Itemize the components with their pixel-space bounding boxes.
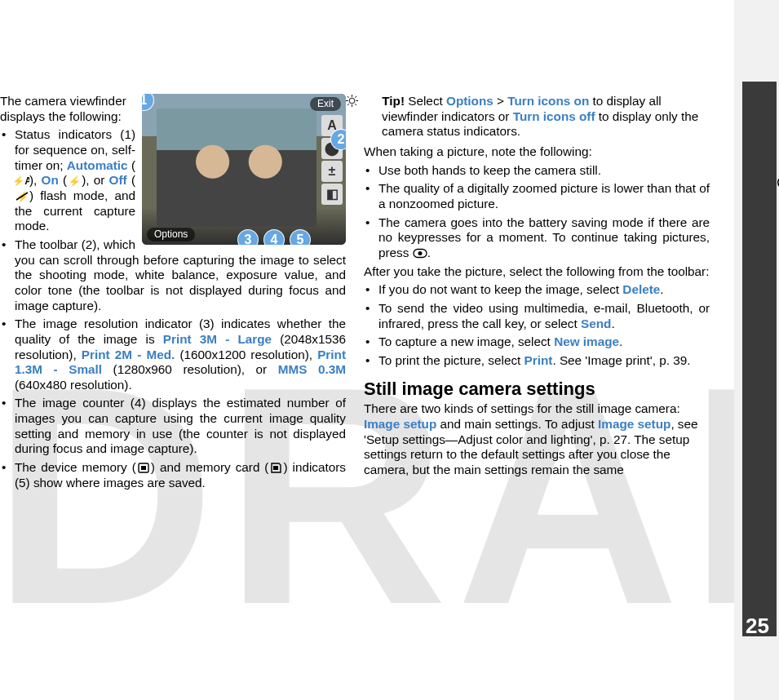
note-bullet-1: Use both hands to keep the camera still. xyxy=(364,163,710,179)
after-intro: After you take the picture, select the f… xyxy=(364,264,710,280)
svg-line-12 xyxy=(347,96,349,98)
left-column: Exit Options A ⬤ ± ◧ 1 2 3 4 5 The camer… xyxy=(0,94,346,591)
right-column: Tip! Select Options > Turn icons on to d… xyxy=(364,94,710,591)
svg-text:⚡: ⚡ xyxy=(68,175,82,186)
left-bullet-1: Status indicators (1) for sequence on, s… xyxy=(0,127,346,234)
left-bullet-5: The device memory () and memory card () … xyxy=(0,460,346,490)
side-tab: Camera 25 xyxy=(734,0,779,700)
link-send: Send xyxy=(581,317,611,330)
tip-label: Tip! xyxy=(382,94,405,108)
text: ( xyxy=(127,173,135,187)
text: ), xyxy=(29,173,42,187)
svg-line-13 xyxy=(355,104,356,105)
text: ( xyxy=(128,158,135,172)
link-turn-icons-off: Turn icons off xyxy=(513,109,595,123)
left-bullet-2: The toolbar (2), which you can scroll th… xyxy=(0,237,346,313)
link-print-2m: Print 2M - Med. xyxy=(82,348,175,361)
text: . See 'Image print', p. 39. xyxy=(552,353,690,367)
text: . xyxy=(427,246,431,259)
side-tab-dark xyxy=(742,82,777,636)
link-print-3m: Print 3M - Large xyxy=(163,332,272,346)
link-mms-03m: MMS 0.3M xyxy=(278,362,346,376)
link-delete: Delete xyxy=(622,282,660,296)
note-intro: When taking a picture, note the followin… xyxy=(364,144,710,160)
text: > xyxy=(494,94,507,108)
flash-auto-icon: ⚡A xyxy=(15,175,29,185)
body-columns: Exit Options A ⬤ ± ◧ 1 2 3 4 5 The camer… xyxy=(0,94,710,591)
after-bullet-1: If you do not want to keep the image, se… xyxy=(364,282,710,298)
text: ), or xyxy=(82,173,108,187)
settings-paragraph: There are two kinds of settings for the … xyxy=(364,401,710,477)
section-label: Camera xyxy=(774,131,779,188)
text: To capture a new image, select xyxy=(378,334,554,348)
after-bullet-2: To send the video using multimedia, e-ma… xyxy=(364,301,710,331)
link-on: On xyxy=(42,173,59,187)
text: and main settings. To adjust xyxy=(436,417,598,431)
after-bullet-3: To capture a new image, select New image… xyxy=(364,334,710,350)
link-print: Print xyxy=(524,353,553,367)
text: The device memory ( xyxy=(15,460,136,474)
left-bullet-4: The image counter (4) displays the estim… xyxy=(0,396,346,457)
note-bullet-3: The camera goes into the battery saving … xyxy=(364,215,710,261)
text: ) flash mode, and the current capture mo… xyxy=(15,188,135,233)
text: ) and memory card ( xyxy=(151,460,269,474)
text: ( xyxy=(59,173,67,187)
text: Select xyxy=(405,94,446,108)
softkey-exit: Exit xyxy=(310,97,341,111)
link-automatic: Automatic xyxy=(67,158,128,172)
link-image-setup-2: Image setup xyxy=(598,417,671,431)
after-bullet-4: To print the picture, select Print. See … xyxy=(364,353,710,369)
svg-rect-6 xyxy=(273,466,278,470)
text: To print the picture, select xyxy=(378,353,524,367)
flash-off-icon: ⚡ xyxy=(15,190,29,201)
link-new-image: New image xyxy=(554,334,619,348)
tip-paragraph: Tip! Select Options > Turn icons on to d… xyxy=(364,94,710,140)
text: To send the video using multimedia, e-ma… xyxy=(378,301,710,330)
text: There are two kinds of settings for the … xyxy=(364,401,680,415)
device-memory-icon xyxy=(136,462,151,472)
svg-point-17 xyxy=(418,251,422,255)
tip-icon xyxy=(364,95,376,107)
link-turn-icons-on: Turn icons on xyxy=(507,94,589,108)
svg-line-14 xyxy=(355,96,356,98)
text: . xyxy=(619,334,622,348)
left-bullets: Status indicators (1) for sequence on, s… xyxy=(0,127,346,490)
note-bullets: Use both hands to keep the camera still.… xyxy=(364,163,710,261)
svg-rect-5 xyxy=(141,466,146,470)
text: . xyxy=(611,317,614,330)
text: (1600x1200 resolution), xyxy=(175,348,317,361)
text: . xyxy=(660,282,663,296)
page-number: 25 xyxy=(746,614,769,639)
text: If you do not want to keep the image, se… xyxy=(378,282,622,296)
link-off: Off xyxy=(109,173,127,187)
link-options: Options xyxy=(446,94,494,108)
flash-on-icon: ⚡ xyxy=(67,175,82,185)
svg-point-7 xyxy=(349,98,355,104)
heading-still-image-settings: Still image camera settings xyxy=(364,379,710,401)
text: (640x480 resolution). xyxy=(15,378,132,392)
svg-text:⚡A: ⚡A xyxy=(15,175,29,186)
link-image-setup-1: Image setup xyxy=(364,417,436,431)
after-bullets: If you do not want to keep the image, se… xyxy=(364,282,710,368)
text: (1280x960 resolution), or xyxy=(102,362,278,376)
memory-card-icon xyxy=(268,462,283,472)
svg-line-15 xyxy=(347,104,349,105)
capture-key-icon xyxy=(413,247,427,258)
note-bullet-2: The quality of a digitally zoomed pictur… xyxy=(364,181,710,211)
left-bullet-3: The image resolution indicator (3) indic… xyxy=(0,317,346,392)
